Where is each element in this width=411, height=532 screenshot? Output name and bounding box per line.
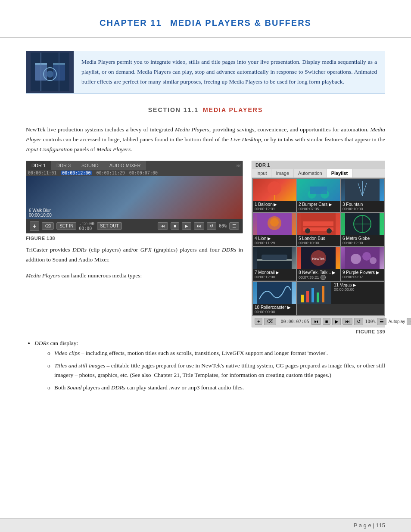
playlist-item-info: 6 Metro Globe 00:00:12:00 — [341, 235, 384, 246]
intro-text: Media Players permit you to integrate vi… — [74, 51, 385, 93]
ddr-menu-btn[interactable]: ☰ — [229, 222, 239, 230]
svg-point-9 — [268, 181, 281, 195]
playlist-item-time: 00:00:12:01 — [255, 207, 294, 211]
ddr-tab-extra: ier — [237, 163, 241, 168]
thumb-newtek: NewTek — [297, 247, 340, 269]
ddr-zoom: 60% — [219, 224, 227, 228]
ddr-preview: 6 Walk Blur00:00:10:00 — [26, 176, 243, 219]
ddr-tab-ddr3[interactable]: DDR 3 — [51, 161, 76, 170]
text-media-players: Media Players can handle numerous media … — [26, 271, 243, 281]
list-item: Both Sound players and DDRs can play sta… — [47, 383, 385, 393]
playlist-footer-time: -00:00:07:05 — [278, 319, 309, 324]
playlist-tab-automation[interactable]: Automation — [294, 169, 327, 177]
timecode-ddr3: 00:00:12:00 — [61, 171, 92, 175]
section-main-title: MEDIA PLAYERS — [203, 106, 263, 113]
playlist-close-btn[interactable]: Close — [407, 318, 411, 325]
playlist-item-name: 6 Metro Globe — [342, 236, 382, 241]
playlist-tab-input[interactable]: Input — [252, 169, 271, 177]
svg-rect-32 — [262, 255, 287, 260]
playlist-item-time: 00:00:00:00 — [334, 287, 382, 292]
list-item: 7 Monorail ▶ 00:00:12:00 — [253, 247, 296, 281]
svg-rect-42 — [301, 295, 304, 302]
figure139-label: FIGURE 139 — [252, 329, 385, 334]
playlist-menu-btn[interactable]: ☰ — [377, 318, 386, 325]
svg-rect-13 — [310, 187, 327, 194]
playlist-next-btn[interactable]: ⏭ — [342, 318, 352, 325]
playlist-item-time: 00:07:35:21 i — [299, 275, 338, 280]
svg-point-20 — [270, 218, 279, 227]
playlist-item-info: 4 Lion ▶ 00:00:11:29 — [253, 235, 296, 246]
thumb-balloon — [253, 179, 296, 201]
playlist-play-btn[interactable]: ▶ — [332, 318, 341, 325]
chapter-main-title: MEDIA PLAYERS & BUFFERS — [170, 18, 311, 28]
ddr-tabs: DDR 1 DDR 3 SOUND AUDIO MIXER ier — [26, 161, 243, 170]
timecode-audio: 00:00:07:00 — [129, 171, 158, 175]
playlist-tabs: Input Image Automation Playlist — [252, 169, 385, 178]
svg-rect-45 — [317, 292, 319, 302]
ddr-preview-image — [26, 176, 243, 219]
chapter-header: Chapter 11 MEDIA PLAYERS & BUFFERS — [0, 0, 411, 38]
playlist-stop-btn[interactable]: ■ — [323, 318, 331, 325]
ddr-prev-btn[interactable]: ⏮ — [158, 222, 168, 230]
playlist-zoom: 100% — [365, 319, 375, 324]
section-title: SECTION 11.1 MEDIA PLAYERS — [26, 106, 385, 113]
playlist-item-info: 3 Fountain 00:00:10:00 — [341, 201, 384, 212]
sub-list: Video clips – including effects, motion … — [43, 348, 385, 393]
info-icon: i — [321, 275, 326, 280]
playlist-item-time: 00:00:11:29 — [255, 241, 294, 245]
playlist-item-info: 2 Bumper Cars ▶ 00:00:07:05 — [297, 201, 340, 212]
playlist-item-info: 10 Rollercoaster ▶ 00:00:00:00 — [253, 304, 296, 315]
ddr-timeval-in: -12:0000:00 — [79, 221, 94, 231]
ddr-stop-btn[interactable]: ■ — [171, 222, 179, 230]
ddr-tab-audiomixer[interactable]: AUDIO MIXER — [104, 161, 146, 170]
playlist-item-name: 7 Monorail ▶ — [255, 270, 294, 275]
thumb-lion — [253, 213, 296, 235]
playlist-item-info: 7 Monorail ▶ 00:00:12:00 — [253, 269, 296, 280]
playlist-item-info: 8 NewTek. Talk... ▶ 00:07:35:21 i — [297, 269, 340, 281]
svg-point-38 — [362, 252, 371, 261]
ddr-preview-label: 6 Walk Blur00:00:10:00 — [29, 208, 52, 218]
ddr-play-btn[interactable]: ▶ — [182, 222, 191, 230]
playlist-item-name: 5 London Bus — [299, 236, 338, 241]
ddr-tab-ddr1[interactable]: DDR 1 — [26, 161, 51, 170]
playlist-prev-btn[interactable]: ⏮ — [311, 318, 321, 325]
ddr-add-btn[interactable]: + — [30, 221, 39, 231]
ddr-loop-btn[interactable]: ↺ — [207, 222, 216, 230]
playlist-remove-btn[interactable]: ⌫ — [264, 318, 276, 325]
list-item: Titles and still images – editable title… — [47, 361, 385, 381]
ddr-set-in-btn[interactable]: SET IN — [56, 222, 76, 230]
ddr-tab-sound[interactable]: SOUND — [76, 161, 104, 170]
ddr-remove-btn[interactable]: ⌫ — [42, 222, 54, 230]
playlist-grid: 1 Balloon ▶ 00:00:12:01 2 Bumper Cars ▶ … — [252, 178, 385, 316]
list-item: Video clips – including effects, motion … — [47, 348, 385, 358]
thumb-metro — [341, 213, 384, 235]
playlist-item-name: 3 Fountain — [342, 202, 382, 207]
playlist-item-time: 00:00:00:00 — [255, 310, 294, 314]
ddr-controls: + ⌫ SET IN -12:0000:00 SET OUT ⏮ ■ ▶ ⏭ ↺… — [26, 219, 243, 233]
thumb-vegas — [297, 282, 331, 304]
chapter-title: Chapter 11 MEDIA PLAYERS & BUFFERS — [26, 17, 385, 28]
ddr-set-out-btn[interactable]: SET OUT — [97, 222, 121, 230]
intro-image — [26, 51, 74, 93]
playlist-item-time: 00:00:09:07 — [342, 275, 382, 279]
playlist-item-time: 00:00:10:00 — [342, 207, 382, 211]
playlist-loop-btn[interactable]: ↺ — [354, 318, 363, 325]
svg-point-25 — [327, 228, 332, 233]
section-prefix: SECTION 11.1 — [148, 106, 199, 113]
playlist-item-name: 2 Bumper Cars ▶ — [299, 202, 338, 207]
thumb-purple — [341, 247, 384, 269]
timecode-ddr1: 00:00:11:01 — [28, 171, 56, 175]
playlist-add-btn[interactable]: + — [255, 318, 262, 325]
list-item: 4 Lion ▶ 00:00:11:29 — [253, 213, 296, 246]
playlist-tab-image[interactable]: Image — [271, 169, 294, 177]
svg-point-8 — [47, 71, 53, 78]
thumb-london — [297, 213, 340, 235]
playlist-tab-playlist[interactable]: Playlist — [327, 169, 353, 177]
playlist-item-name: 8 NewTek. Talk... ▶ — [299, 270, 338, 275]
chapter-prefix: Chapter 11 — [100, 18, 162, 28]
list-item: 10 Rollercoaster ▶ 00:00:00:00 — [253, 282, 296, 315]
page-container: Chapter 11 MEDIA PLAYERS & BUFFERS Media… — [0, 0, 411, 532]
ddr-next-btn[interactable]: ⏭ — [194, 222, 204, 230]
svg-point-24 — [305, 228, 310, 233]
playlist-item-name: 4 Lion ▶ — [255, 236, 294, 241]
